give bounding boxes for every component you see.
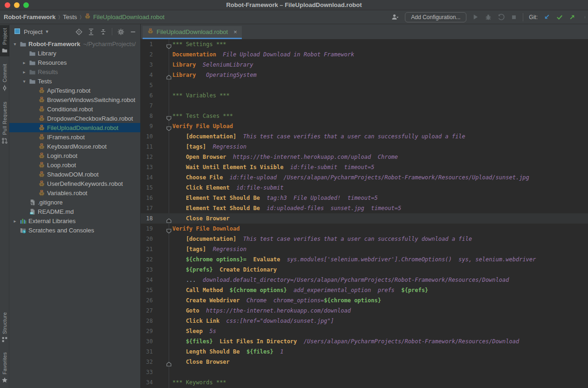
code-line-13[interactable]: 13 Wait Until Element Is Visible id:file… [141,162,588,172]
breadcrumb-file[interactable]: FileUploadDownload.robot [84,13,164,21]
zoom-button[interactable] [23,2,29,8]
code-line-33[interactable]: 33 [141,367,588,377]
expand-all-button[interactable] [88,26,95,37]
tree-item-fileuploaddownload-robot[interactable]: FileUploadDownload.robot [9,123,140,132]
chevron-right-icon[interactable]: ▸ [11,218,19,224]
tree-item-browserwindowsswitching-robot[interactable]: BrowserWindowsSwitching.robot [9,95,140,104]
run-button[interactable] [472,12,479,23]
tree-item-results[interactable]: ▸ Results [9,67,140,76]
close-button[interactable] [5,2,10,8]
stripe-button-structure[interactable]: Structure [0,309,9,346]
fold-marker-icon[interactable] [166,114,171,118]
breadcrumb-project[interactable]: Robot-Framework [4,14,55,20]
git-update-button[interactable] [543,12,550,23]
code-line-27[interactable]: 27 Goto https://the-internet.herokuapp.c… [141,306,588,316]
chevron-down-icon[interactable]: ▼ [45,29,49,34]
git-push-button[interactable] [569,12,576,23]
minimize-button[interactable] [14,2,20,8]
code-line-8[interactable]: 8*** Test Cases *** [141,111,588,121]
code-line-12[interactable]: 12 Open Browser https://the-internet.her… [141,152,588,162]
code-line-16[interactable]: 16 Element Text Should Be tag:h3 File Up… [141,193,588,203]
fold-marker-icon[interactable] [166,73,171,77]
locate-button[interactable] [75,26,82,37]
tree-item-resources[interactable]: ▸ Resources [9,58,140,67]
stop-button[interactable] [511,12,517,23]
code-editor[interactable]: 1*** Settings ***2Documentation File Upl… [141,39,588,388]
tree-item-shadowdom-robot[interactable]: ShadowDOM.robot [9,170,140,179]
chevron-right-icon[interactable]: ▸ [21,60,28,65]
code-line-30[interactable]: 30 ${files} List Files In Directory /Use… [141,336,588,347]
code-line-1[interactable]: 1*** Settings *** [141,39,588,49]
code-line-19[interactable]: 19Verify File Download [141,224,588,234]
git-history-button[interactable] [581,12,585,23]
code-line-6[interactable]: 6*** Variables *** [141,90,588,101]
code-line-11[interactable]: 11 [tags] Regression [141,142,588,152]
fold-marker-icon[interactable] [166,216,171,221]
tree-item-conditional-robot[interactable]: Conditional.robot [9,104,140,114]
stripe-button-commit[interactable]: Commit [0,61,9,94]
fold-marker-icon[interactable] [166,360,171,364]
code-line-15[interactable]: 15 Click Element id:file-submit [141,183,588,193]
breadcrumb-folder[interactable]: Tests [63,14,77,20]
line-number: 25 [141,285,153,295]
code-line-24[interactable]: 24 ... download.default_directory=/Users… [141,275,588,285]
tree-item-login-robot[interactable]: Login.robot [9,151,140,160]
code-line-21[interactable]: 21 [tags] Regression [141,244,588,254]
add-configuration-button[interactable]: Add Configuration... [405,12,466,22]
tree-item-scratches-and-consoles[interactable]: Scratches and Consoles [9,225,140,235]
fold-start-icon [166,126,171,131]
tree-item-robot-framework[interactable]: ▾ Robot-Framework ~/PycharmProjects/ [9,39,140,48]
code-line-31[interactable]: 31 Length Should Be ${files} 1 [141,347,588,357]
code-line-34[interactable]: 34*** Keywords *** [141,377,588,388]
code-line-28[interactable]: 28 Click Link css:[href="download/sunset… [141,316,588,326]
user-menu-button[interactable] [391,12,399,23]
tree-item-tests[interactable]: ▾ Tests [9,76,140,86]
tree-item-library[interactable]: Library [9,48,140,58]
code-line-17[interactable]: 17 Element Text Should Be id:uploaded-fi… [141,203,588,213]
stripe-button-project[interactable]: Project [0,25,9,56]
gear-button[interactable] [117,26,124,37]
chevron-right-icon[interactable]: ▸ [21,69,28,75]
code-line-22[interactable]: 22 ${chrome options}= Evaluate sys.modul… [141,254,588,265]
code-line-3[interactable]: 3Library SeleniumLibrary [141,60,588,70]
tree-item-external-libraries[interactable]: ▸ External Libraries [9,216,140,225]
chevron-down-icon[interactable]: ▾ [21,79,28,84]
code-line-18[interactable]: 18 Close Browser [141,213,588,224]
stripe-button-favorites[interactable]: Favorites [0,349,9,386]
chevron-down-icon[interactable]: ▾ [11,41,19,47]
code-line-25[interactable]: 25 Call Method ${chrome options} add_exp… [141,285,588,295]
tree-item-variables-robot[interactable]: Variables.robot [9,188,140,197]
code-line-5[interactable]: 5 [141,80,588,90]
code-line-32[interactable]: 32 Close Browser [141,357,588,367]
code-line-2[interactable]: 2Documentation File Upload Download in R… [141,49,588,60]
code-line-23[interactable]: 23 ${prefs} Create Dictionary [141,265,588,275]
coverage-button[interactable] [498,12,505,23]
git-commit-button[interactable] [556,12,563,23]
panel-title[interactable]: Project [24,28,42,35]
tree-item-readme-md[interactable]: MD README.md [9,207,140,216]
minus-button[interactable] [130,26,137,37]
tree-item-iframes-robot[interactable]: IFrames.robot [9,132,140,142]
code-line-7[interactable]: 7 [141,101,588,111]
stripe-button-pull-requests[interactable]: Pull Requests [0,99,9,147]
tree-item--gitignore[interactable]: .gitignore [9,197,140,207]
code-line-10[interactable]: 10 [documentation] This test case verifi… [141,131,588,142]
debug-button[interactable] [485,12,492,23]
fold-marker-icon[interactable] [166,42,171,47]
code-line-9[interactable]: 9Verify File Upload [141,121,588,131]
tree-item-dropdowncheckboxradio-robot[interactable]: DropdownCheckboxRadio.robot [9,114,140,123]
tree-item-apitesting-robot[interactable]: ApiTesting.robot [9,86,140,95]
fold-marker-icon[interactable] [166,226,171,231]
tree-item-keyboardmouse-robot[interactable]: KeyboardMouse.robot [9,142,140,151]
tree-item-loop-robot[interactable]: Loop.robot [9,160,140,170]
collapse-all-button[interactable] [100,26,107,37]
close-icon[interactable]: × [233,28,237,35]
tab-fileuploaddownload[interactable]: FileUploadDownload.robot × [143,26,242,39]
code-line-4[interactable]: 4Library OperatingSystem [141,70,588,80]
code-line-14[interactable]: 14 Choose File id:file-upload /Users/ala… [141,172,588,183]
code-line-29[interactable]: 29 Sleep 5s [141,326,588,336]
fold-marker-icon[interactable] [166,124,171,129]
code-line-26[interactable]: 26 Create Webdriver Chrome chrome_option… [141,295,588,306]
tree-item-userdefinedkeywords-robot[interactable]: UserDefinedKeywords.robot [9,179,140,188]
code-line-20[interactable]: 20 [documentation] This test case verifi… [141,234,588,244]
